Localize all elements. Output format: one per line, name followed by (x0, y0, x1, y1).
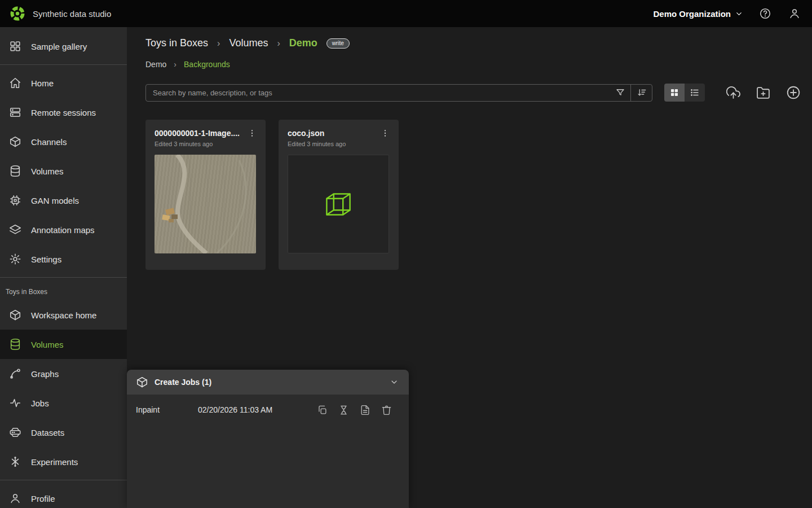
sidebar-item-jobs[interactable]: Jobs (0, 388, 127, 418)
activity-icon (9, 397, 21, 409)
aerial-photo-preview (155, 155, 256, 253)
hourglass-icon (338, 405, 349, 415)
sidebar-item-workspace-home[interactable]: Workspace home (0, 300, 127, 330)
new-folder-button[interactable] (756, 86, 770, 100)
sidebar-item-experiments[interactable]: Experiments (0, 447, 127, 476)
account-button[interactable] (787, 6, 802, 21)
write-permission-badge: write (326, 38, 350, 49)
job-datetime: 02/20/2026 11:03 AM (198, 405, 272, 414)
document-icon (360, 405, 370, 415)
sort-button[interactable] (631, 85, 652, 101)
file-edited-time: Edited 3 minutes ago (155, 141, 257, 147)
sidebar-item-label: Channels (31, 137, 67, 147)
sidebar-item-label: Profile (31, 494, 55, 503)
file-card-json[interactable]: coco.json Edited 3 minutes ago (279, 120, 399, 270)
upload-button[interactable] (726, 86, 740, 100)
grid-icon (9, 40, 21, 52)
card-menu-button[interactable] (244, 129, 257, 138)
sidebar-item-label: Graphs (31, 369, 59, 379)
collapse-panel-button[interactable] (389, 376, 400, 388)
database-icon (9, 165, 21, 177)
breadcrumb-volumes[interactable]: Volumes (229, 37, 268, 49)
create-jobs-header[interactable]: Create Jobs (1) (127, 370, 409, 395)
sidebar-item-label: Datasets (31, 428, 64, 437)
organization-selector[interactable]: Demo Organization (653, 9, 743, 19)
sidebar-item-profile[interactable]: Profile (0, 484, 127, 508)
upload-cloud-icon (726, 86, 740, 100)
duplicate-job-button[interactable] (316, 404, 329, 417)
sidebar-item-settings[interactable]: Settings (0, 244, 127, 274)
job-details-button[interactable] (359, 404, 372, 417)
main-content: Toys in Boxes › Volumes › Demo write Dem… (127, 27, 812, 508)
organization-name: Demo Organization (653, 9, 731, 19)
sidebar-item-label: Volumes (31, 167, 64, 176)
filter-button[interactable] (610, 85, 630, 101)
file-title: 0000000001-1-Image.... (155, 129, 244, 138)
sidebar-item-channels[interactable]: Channels (0, 127, 127, 156)
home-icon (9, 77, 21, 89)
copy-icon (317, 405, 328, 415)
trash-icon (381, 405, 392, 415)
database-icon (9, 338, 21, 351)
view-toggle (664, 84, 705, 102)
list-view-icon (690, 87, 700, 98)
sidebar-item-volumes[interactable]: Volumes (0, 156, 127, 186)
sidebar-item-remote-sessions[interactable]: Remote sessions (0, 98, 127, 127)
file-card-image[interactable]: 0000000001-1-Image.... Edited 3 minutes … (145, 120, 266, 270)
breadcrumb: Toys in Boxes › Volumes › Demo write (145, 37, 350, 49)
sidebar-item-datasets[interactable]: Datasets (0, 418, 127, 447)
list-view-button[interactable] (685, 84, 705, 102)
sidebar-item-label: Volumes (31, 340, 64, 349)
sidebar-item-label: Home (31, 78, 54, 88)
topbar: Synthetic data studio Demo Organization (0, 0, 812, 27)
folder-breadcrumb-current[interactable]: Backgrounds (184, 60, 230, 69)
job-box-icon (136, 376, 148, 388)
person-icon (9, 492, 21, 505)
breadcrumb-separator: › (174, 60, 176, 69)
plus-circle-icon (786, 85, 801, 100)
sidebar-item-label: Sample gallery (31, 42, 87, 51)
sidebar-item-label: Remote sessions (31, 108, 96, 117)
search-input[interactable] (146, 89, 610, 97)
json-thumbnail[interactable] (288, 155, 389, 253)
sidebar-item-volumes-workspace[interactable]: Volumes (0, 330, 127, 359)
grid-view-icon (669, 87, 679, 98)
filter-icon (615, 87, 625, 98)
chevron-down-icon (390, 378, 399, 387)
add-button[interactable] (786, 85, 801, 100)
card-menu-button[interactable] (377, 129, 390, 138)
help-icon (759, 7, 771, 20)
drive-icon (9, 426, 21, 439)
breadcrumb-workspace[interactable]: Toys in Boxes (145, 37, 208, 49)
sidebar-item-annotation-maps[interactable]: Annotation maps (0, 215, 127, 244)
delete-job-button[interactable] (380, 404, 393, 417)
image-thumbnail[interactable] (155, 155, 256, 253)
sidebar: Sample gallery Home Remote sessions Chan… (0, 27, 127, 508)
help-button[interactable] (758, 6, 773, 21)
folder-breadcrumb: Demo › Backgrounds (145, 60, 230, 69)
breadcrumb-separator: › (217, 38, 220, 49)
grid-view-button[interactable] (664, 84, 685, 102)
gear-icon (9, 253, 21, 265)
breadcrumb-current[interactable]: Demo (289, 37, 317, 49)
kebab-menu-icon (381, 129, 390, 138)
app-title: Synthetic data studio (33, 9, 111, 19)
sidebar-item-home[interactable]: Home (0, 68, 127, 98)
sidebar-item-gan-models[interactable]: GAN models (0, 186, 127, 215)
sidebar-item-label: Workspace home (31, 310, 96, 320)
job-status-button[interactable] (337, 404, 350, 417)
chevron-down-icon (735, 10, 743, 18)
bezier-icon (9, 367, 21, 380)
sort-icon (637, 87, 647, 98)
app-logo-icon (10, 6, 25, 21)
folder-breadcrumb-root[interactable]: Demo (145, 60, 166, 69)
layers-icon (9, 224, 21, 236)
file-edited-time: Edited 3 minutes ago (288, 141, 390, 147)
box-icon (9, 135, 21, 148)
workspace-section-label: Toys in Boxes (0, 281, 127, 300)
create-jobs-body: Inpaint 02/20/2026 11:03 AM (127, 395, 409, 508)
sidebar-item-sample-gallery[interactable]: Sample gallery (0, 32, 127, 61)
sidebar-item-graphs[interactable]: Graphs (0, 359, 127, 388)
sidebar-item-label: Settings (31, 255, 61, 264)
experiments-icon (9, 456, 21, 468)
